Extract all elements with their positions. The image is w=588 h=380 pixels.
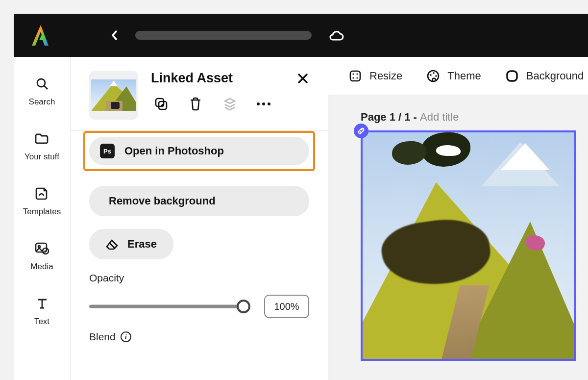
rail-media-label: Media bbox=[30, 262, 53, 272]
linked-asset-badge-icon[interactable] bbox=[354, 124, 368, 138]
asset-thumbnail[interactable] bbox=[89, 71, 138, 120]
page-title-placeholder: Add title bbox=[420, 111, 459, 123]
page-indicator[interactable]: Page 1 / 1 - Add title bbox=[361, 111, 588, 124]
address-bar-placeholder[interactable] bbox=[135, 31, 312, 40]
theme-icon bbox=[426, 69, 441, 83]
properties-panel: Linked Asset bbox=[71, 57, 328, 380]
svg-point-9 bbox=[352, 77, 354, 78]
rail-search-label: Search bbox=[29, 97, 55, 107]
resize-label: Resize bbox=[369, 70, 402, 82]
resize-icon bbox=[348, 69, 363, 83]
duplicate-button[interactable] bbox=[154, 97, 169, 111]
photoshop-icon: Ps bbox=[100, 144, 115, 158]
eraser-icon bbox=[106, 238, 120, 250]
rail-search[interactable]: Search bbox=[29, 76, 55, 107]
panel-header: Linked Asset bbox=[71, 57, 328, 131]
app-shell: Search Your stuff Templates Media bbox=[14, 14, 588, 380]
templates-icon bbox=[34, 186, 49, 201]
opacity-label: Opacity bbox=[89, 272, 309, 284]
svg-point-12 bbox=[430, 74, 432, 76]
svg-point-10 bbox=[356, 77, 358, 78]
open-in-photoshop-highlight: Ps Open in Photoshop bbox=[83, 131, 315, 171]
svg-point-7 bbox=[352, 73, 354, 75]
canvas-toolbar: Resize Theme Background bbox=[328, 57, 588, 95]
asset-action-row bbox=[151, 97, 310, 111]
rail-templates-label: Templates bbox=[23, 207, 61, 217]
background-icon bbox=[505, 69, 519, 83]
back-button[interactable] bbox=[108, 28, 122, 42]
svg-point-13 bbox=[433, 72, 435, 74]
main-row: Search Your stuff Templates Media bbox=[14, 57, 588, 380]
opacity-slider[interactable] bbox=[89, 301, 249, 312]
svg-point-14 bbox=[435, 75, 437, 77]
rail-your-stuff-label: Your stuff bbox=[24, 152, 59, 162]
background-label: Background bbox=[526, 70, 584, 82]
resize-tool[interactable]: Resize bbox=[348, 69, 402, 83]
remove-background-label: Remove background bbox=[109, 195, 216, 207]
theme-tool[interactable]: Theme bbox=[426, 69, 481, 83]
erase-button[interactable]: Erase bbox=[89, 229, 173, 259]
svg-rect-15 bbox=[507, 71, 517, 81]
delete-button[interactable] bbox=[188, 97, 203, 111]
search-icon bbox=[35, 76, 49, 91]
panel-title: Linked Asset bbox=[151, 71, 233, 86]
layer-order-button bbox=[222, 97, 237, 111]
cloud-sync-icon[interactable] bbox=[328, 28, 344, 42]
blend-label: Blend bbox=[89, 331, 116, 343]
left-rail: Search Your stuff Templates Media bbox=[14, 57, 71, 380]
media-icon bbox=[35, 241, 49, 256]
rail-media[interactable]: Media bbox=[30, 241, 53, 272]
blend-section: Blend i bbox=[89, 331, 309, 343]
svg-rect-6 bbox=[350, 71, 360, 81]
close-panel-button[interactable] bbox=[295, 71, 310, 86]
background-tool[interactable]: Background bbox=[505, 69, 584, 83]
rail-text-label: Text bbox=[34, 317, 49, 327]
slider-thumb[interactable] bbox=[237, 300, 250, 313]
erase-label: Erase bbox=[127, 238, 157, 251]
rail-templates[interactable]: Templates bbox=[23, 186, 61, 217]
rail-your-stuff[interactable]: Your stuff bbox=[24, 131, 59, 162]
folder-icon bbox=[34, 131, 49, 146]
canvas-stage: Page 1 / 1 - Add title bbox=[328, 95, 588, 380]
svg-point-0 bbox=[37, 79, 45, 87]
info-icon[interactable]: i bbox=[121, 331, 131, 342]
top-bar bbox=[14, 14, 588, 57]
remove-background-button[interactable]: Remove background bbox=[89, 186, 309, 216]
adobe-logo-icon bbox=[31, 23, 50, 48]
page-number: Page 1 / 1 - bbox=[361, 111, 420, 123]
opacity-value-input[interactable]: 100% bbox=[264, 295, 309, 318]
theme-label: Theme bbox=[447, 70, 481, 82]
more-options-button[interactable] bbox=[257, 102, 270, 105]
svg-point-8 bbox=[356, 73, 358, 75]
canvas-area: Resize Theme Background Page 1 bbox=[328, 57, 588, 380]
rail-text[interactable]: Text bbox=[34, 296, 49, 327]
text-icon bbox=[35, 296, 49, 311]
selected-artboard[interactable] bbox=[361, 130, 576, 361]
open-in-photoshop-button[interactable]: Ps Open in Photoshop bbox=[89, 137, 309, 165]
open-in-photoshop-label: Open in Photoshop bbox=[124, 145, 224, 157]
